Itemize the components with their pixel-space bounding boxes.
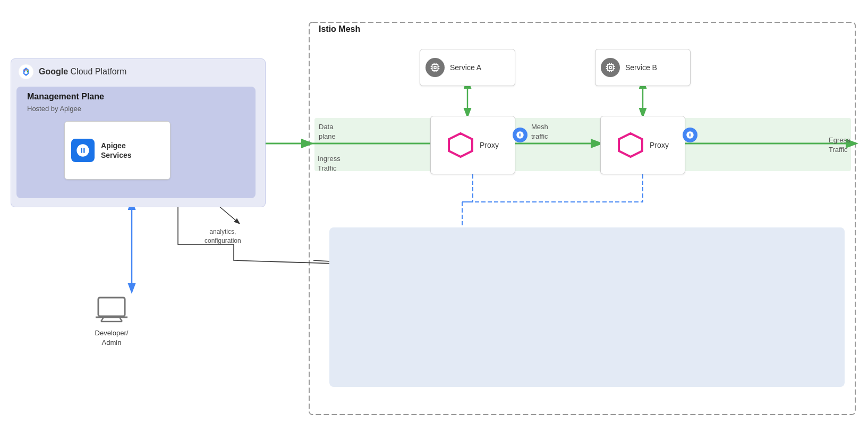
developer-admin-box: Developer/Admin	[93, 295, 130, 348]
laptop-icon	[93, 295, 130, 324]
mesh-traffic-label: Meshtraffic	[531, 122, 548, 141]
proxy-b-label: Proxy	[650, 141, 669, 149]
svg-rect-18	[98, 298, 125, 316]
istio-mesh-label: Istio Mesh	[319, 24, 360, 34]
service-a-icon	[426, 58, 445, 77]
control-plane-box: Control Plane Apigee Remote Service Envo…	[329, 227, 845, 387]
mgmt-plane-title: Management Plane	[27, 92, 104, 101]
data-plane-label: Dataplane	[319, 122, 336, 141]
envoy-icon-b	[683, 128, 697, 142]
apigee-services-label: ApigeeServices	[101, 141, 132, 160]
proxy-a-label: Proxy	[480, 141, 499, 149]
service-a-box: Service A	[420, 49, 515, 86]
service-b-label: Service B	[625, 63, 657, 72]
svg-rect-1	[314, 118, 851, 171]
analytics-config-label: analytics,configuration	[205, 227, 241, 246]
egress-traffic-label: EgressTraffic	[829, 136, 850, 155]
envoy-icon-a	[513, 128, 527, 142]
svg-marker-13	[449, 133, 472, 157]
hosted-by-label: Hosted by Apigee	[27, 105, 81, 113]
proxy-a-hexagon	[447, 131, 474, 159]
proxy-b-box: Proxy	[600, 116, 685, 174]
svg-point-11	[24, 71, 25, 73]
service-b-icon	[601, 58, 620, 77]
diagram-container: Management Plane Hosted by Apigee Apigee…	[0, 0, 868, 423]
proxy-b-hexagon	[617, 131, 644, 159]
ingress-traffic-label: IngressTraffic	[318, 154, 341, 173]
gcp-logo	[18, 63, 35, 80]
proxy-a-box: Proxy	[430, 116, 515, 174]
service-a-label: Service A	[450, 63, 481, 72]
gcp-title-label: Google Cloud Platform	[39, 67, 126, 77]
gcp-box: Management Plane Hosted by Apigee Apigee…	[11, 58, 266, 207]
apigee-services-icon	[71, 139, 95, 162]
svg-marker-14	[619, 133, 642, 157]
svg-point-12	[27, 71, 29, 73]
developer-label: Developer/Admin	[95, 328, 129, 348]
service-b-box: Service B	[595, 49, 691, 86]
